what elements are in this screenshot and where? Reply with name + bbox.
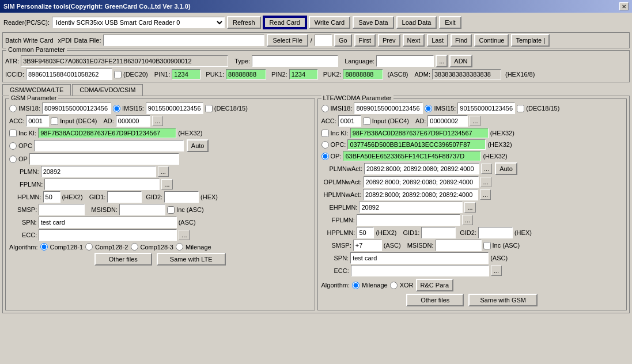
lte-plmnwact-ellipsis-btn[interactable]: ... <box>481 164 492 174</box>
save-data-button[interactable]: Save Data <box>353 16 393 29</box>
iccid-input[interactable] <box>26 69 112 80</box>
lte-same-with-gsm-btn[interactable]: Same with GSM <box>468 294 538 306</box>
gsm-msisdn-input[interactable] <box>119 204 165 215</box>
gsm-imsi15-input[interactable] <box>146 103 203 114</box>
gsm-comp1282-radio[interactable] <box>85 243 93 251</box>
gsm-imsi15-radio[interactable] <box>113 105 120 112</box>
select-file-button[interactable]: Select File <box>267 34 308 47</box>
gsm-acc-input[interactable] <box>26 115 49 127</box>
gsm-ki-input[interactable] <box>38 128 176 138</box>
puk1-input[interactable] <box>226 69 266 79</box>
gsm-comp1283-radio[interactable] <box>131 243 138 251</box>
lte-imsi15-input[interactable] <box>457 103 515 114</box>
lte-milenage-radio[interactable] <box>352 282 359 289</box>
close-button[interactable]: ✕ <box>619 2 629 10</box>
lte-ehplmn-ellipsis-btn[interactable]: ... <box>464 202 475 213</box>
lte-other-files-btn[interactable]: Other files <box>406 294 464 306</box>
lte-fplmn-input[interactable] <box>357 214 460 226</box>
gsm-gid2-input[interactable] <box>164 191 199 203</box>
lte-opc-radio[interactable] <box>321 141 329 149</box>
lte-ad-input[interactable] <box>427 115 468 127</box>
lte-fplmn-ellipsis-btn[interactable]: ... <box>462 215 473 225</box>
gsm-auto-btn[interactable]: Auto <box>187 139 209 152</box>
gsm-imsi18-input[interactable] <box>42 103 111 114</box>
pin2-input[interactable] <box>289 69 318 79</box>
lte-ki-inc-checkbox[interactable] <box>321 130 329 137</box>
lte-plmnwact-input[interactable] <box>364 163 479 175</box>
write-card-button[interactable]: Write Card <box>309 16 350 29</box>
continue-button[interactable]: Continue <box>474 34 509 47</box>
lte-imsi18-input[interactable] <box>354 103 423 114</box>
lte-auto-btn[interactable]: Auto <box>495 162 517 175</box>
gsm-ad-ellipsis-btn[interactable]: ... <box>152 116 163 126</box>
lte-xor-radio[interactable] <box>390 282 398 289</box>
reader-select[interactable]: Identiv SCR35xx USB Smart Card Reader 0 <box>52 17 225 28</box>
puk2-input[interactable] <box>343 69 383 79</box>
lte-oplmnwact-input[interactable] <box>364 176 479 188</box>
gsm-other-files-btn[interactable]: Other files <box>94 253 152 266</box>
lte-imsi-inc-checkbox[interactable] <box>517 105 524 112</box>
adm-input[interactable] <box>432 69 501 79</box>
lte-hplmnwact-ellipsis-btn[interactable]: ... <box>480 189 491 200</box>
gsm-imsi-inc-checkbox[interactable] <box>205 105 213 112</box>
gsm-fplmn-input[interactable] <box>44 179 160 190</box>
pin1-input[interactable] <box>172 69 200 79</box>
lte-acc-input[interactable] <box>338 115 361 127</box>
lte-op-radio[interactable] <box>321 153 329 160</box>
lte-spn-input[interactable] <box>350 252 489 264</box>
exit-button[interactable]: Exit <box>439 16 461 29</box>
lte-acc-input-checkbox[interactable] <box>363 117 370 125</box>
lte-rkc-para-btn[interactable]: R&C Para <box>416 279 454 291</box>
prev-button[interactable]: Prev <box>378 34 400 47</box>
load-data-button[interactable]: Load Data <box>396 16 437 29</box>
gsm-plmn-input[interactable] <box>41 166 156 177</box>
tab-cdma-evdo-csim[interactable]: CDMA/EVDO/CSIM <box>72 84 143 96</box>
gsm-opc-radio[interactable] <box>9 142 17 150</box>
gsm-op-radio[interactable] <box>9 156 17 163</box>
gsm-spn-input[interactable] <box>39 217 177 228</box>
language-input[interactable] <box>376 55 434 67</box>
gsm-opc-input[interactable] <box>34 140 184 151</box>
lte-gid1-input[interactable] <box>421 227 456 238</box>
lte-gid2-input[interactable] <box>478 227 513 238</box>
template-button[interactable]: Template | <box>511 34 550 47</box>
first-button[interactable]: First <box>354 34 376 47</box>
refresh-button[interactable]: Refresh <box>227 16 261 29</box>
lte-smsp-input[interactable] <box>353 240 382 251</box>
gsm-fplmn-ellipsis-btn[interactable]: ... <box>161 179 172 189</box>
lte-msisdn-inc-checkbox[interactable] <box>483 242 491 249</box>
gsm-same-with-lte-btn[interactable]: Same with LTE <box>157 253 226 266</box>
lte-imsi15-radio[interactable] <box>425 105 432 112</box>
gsm-msisdn-inc-checkbox[interactable] <box>167 206 175 214</box>
gsm-plmn-ellipsis-btn[interactable]: ... <box>158 166 169 177</box>
adn-button[interactable]: ADN <box>449 55 472 67</box>
lte-imsi18-radio[interactable] <box>321 105 329 112</box>
lte-hplmnwact-input[interactable] <box>363 189 478 200</box>
gsm-ad-input[interactable] <box>116 115 150 127</box>
lte-opc-input[interactable] <box>347 139 486 150</box>
tab-gsm-wcdma-lte[interactable]: GSM/WCDMA/LTE <box>2 84 71 96</box>
atr-input[interactable] <box>21 55 228 67</box>
lte-ecc-input[interactable] <box>351 265 489 276</box>
lte-op-input[interactable] <box>343 151 481 161</box>
gsm-smsp-input[interactable] <box>39 204 85 215</box>
gsm-ecc-ellipsis-btn[interactable]: ... <box>179 230 190 240</box>
language-ellipsis-btn[interactable]: ... <box>436 55 448 67</box>
last-button[interactable]: Last <box>427 34 448 47</box>
lte-msisdn-input[interactable] <box>436 240 482 251</box>
lte-hpplmn-input[interactable] <box>357 227 374 238</box>
gsm-comp1281-radio[interactable] <box>40 243 48 251</box>
gsm-imsi18-radio[interactable] <box>9 105 17 112</box>
find-button[interactable]: Find <box>451 34 472 47</box>
iccid-inc-checkbox[interactable] <box>114 71 122 78</box>
gsm-ki-inc-checkbox[interactable] <box>9 130 17 137</box>
gsm-ecc-input[interactable] <box>39 229 177 241</box>
next-button[interactable]: Next <box>403 34 425 47</box>
gsm-gid1-input[interactable] <box>107 191 142 203</box>
gsm-acc-input-checkbox[interactable] <box>51 117 58 125</box>
type-input[interactable] <box>252 55 338 67</box>
lte-ki-input[interactable] <box>350 128 489 138</box>
gsm-milenage-radio[interactable] <box>176 243 183 251</box>
lte-oplmnwact-ellipsis-btn[interactable]: ... <box>480 177 491 187</box>
go-button[interactable]: Go <box>334 34 352 47</box>
